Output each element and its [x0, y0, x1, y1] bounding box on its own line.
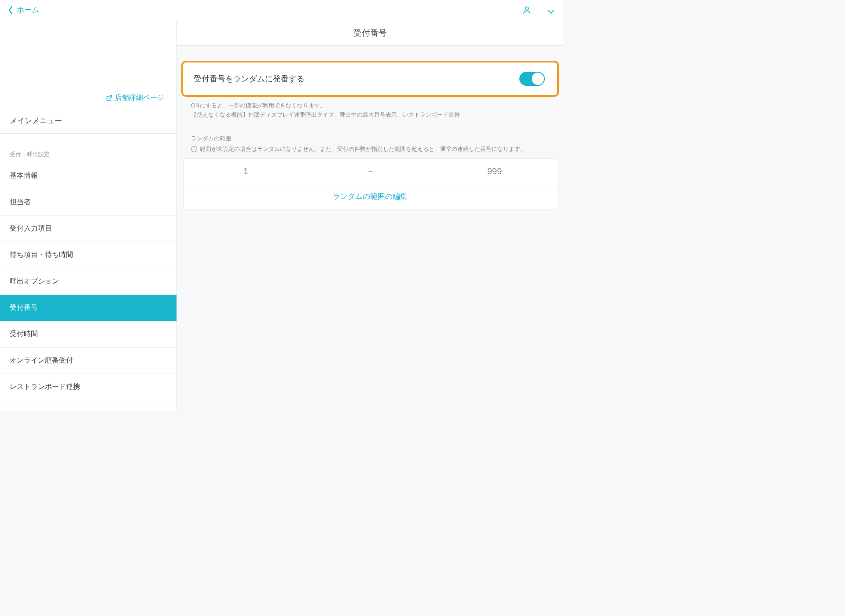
sidebar-item-basic-info[interactable]: 基本情報	[0, 163, 176, 189]
range-row: 1 ~ 999	[184, 159, 557, 184]
sidebar-item-staff[interactable]: 担当者	[0, 189, 176, 216]
main-menu-label: メインメニュー	[10, 116, 62, 126]
chevron-left-icon	[8, 6, 13, 15]
sidebar-item-online-reception[interactable]: オンライン順番受付	[0, 348, 176, 374]
chevron-down-icon[interactable]	[547, 8, 555, 12]
section-label: 受付・呼出設定	[0, 134, 176, 163]
range-max: 999	[432, 166, 557, 176]
range-min: 1	[184, 166, 308, 176]
range-separator: ~	[308, 166, 433, 176]
sidebar: 店舗詳細ページ メインメニュー 受付・呼出設定 基本情報 担当者 受付入力項目 …	[0, 20, 177, 411]
content: 受付番号 受付番号をランダムに発番する ONにすると、一部の機能が利用できなくな…	[177, 20, 563, 411]
sidebar-item-call-options[interactable]: 呼出オプション	[0, 268, 176, 295]
header-right	[522, 5, 555, 15]
range-section-label: ランダムの範囲	[177, 120, 563, 145]
edit-range-button[interactable]: ランダムの範囲の編集	[184, 184, 557, 209]
user-icon[interactable]	[522, 5, 532, 15]
toggle-label: 受付番号をランダムに発番する	[194, 73, 305, 84]
svg-point-0	[525, 7, 528, 10]
info-icon: i	[191, 146, 197, 152]
external-link-icon	[106, 95, 112, 101]
help-line2: 【使えなくなる機能】外部ディスプレイ連番呼出タイプ、呼出中の最大番号表示、レスト…	[191, 110, 549, 120]
content-title: 受付番号	[177, 20, 563, 46]
store-area: 店舗詳細ページ	[0, 20, 176, 108]
range-info-text: 範囲が未設定の場合はランダムになりません。また、受付の件数が指定した範囲を超える…	[200, 145, 526, 153]
app-header: ホーム	[0, 0, 563, 20]
range-card: 1 ~ 999 ランダムの範囲の編集	[183, 158, 557, 209]
main-menu-link[interactable]: メインメニュー	[0, 108, 176, 134]
random-toggle-card: 受付番号をランダムに発番する	[181, 61, 559, 97]
sidebar-item-reception-time[interactable]: 受付時間	[0, 321, 176, 348]
sidebar-item-restaurant-board[interactable]: レストランボード連携	[0, 374, 176, 400]
store-detail-link[interactable]: 店舗詳細ページ	[106, 93, 164, 103]
back-button[interactable]: ホーム	[8, 5, 39, 15]
help-line1: ONにすると、一部の機能が利用できなくなります。	[191, 101, 549, 110]
back-label: ホーム	[17, 5, 39, 15]
toggle-knob	[532, 73, 544, 85]
sidebar-item-wait-items[interactable]: 待ち項目・待ち時間	[0, 242, 176, 268]
sidebar-item-reception-number[interactable]: 受付番号	[0, 295, 176, 321]
range-info: i 範囲が未設定の場合はランダムになりません。また、受付の件数が指定した範囲を超…	[177, 145, 563, 158]
store-link-label: 店舗詳細ページ	[115, 93, 164, 103]
sidebar-item-reception-input[interactable]: 受付入力項目	[0, 216, 176, 242]
help-text: ONにすると、一部の機能が利用できなくなります。 【使えなくなる機能】外部ディス…	[177, 97, 563, 120]
random-toggle[interactable]	[519, 72, 545, 86]
